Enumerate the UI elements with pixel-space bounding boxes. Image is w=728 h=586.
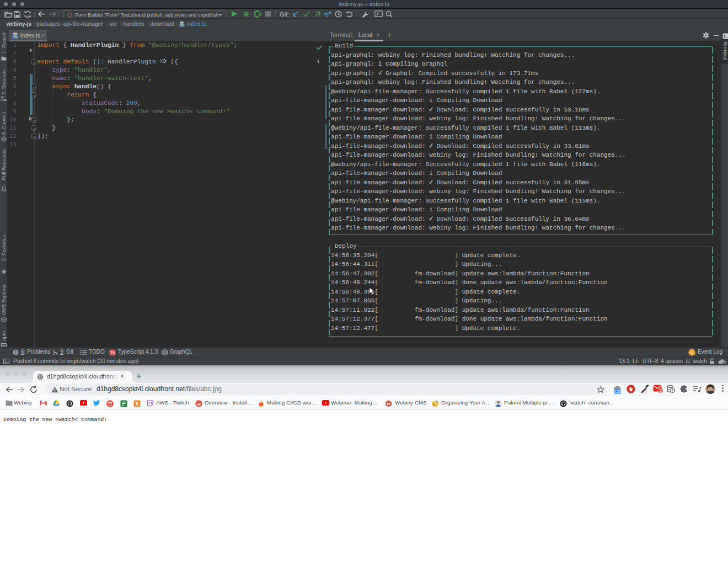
svg-text:e: e [691, 350, 693, 355]
svg-text:TS: TS [110, 351, 115, 355]
svg-text:w: w [386, 401, 390, 406]
svg-text:TS: TS [180, 24, 184, 27]
svg-text:TS: TS [13, 35, 17, 39]
svg-text:2.26: 2.26 [614, 390, 621, 393]
svg-text:5: 5 [660, 388, 662, 392]
svg-text:w: w [196, 401, 201, 406]
